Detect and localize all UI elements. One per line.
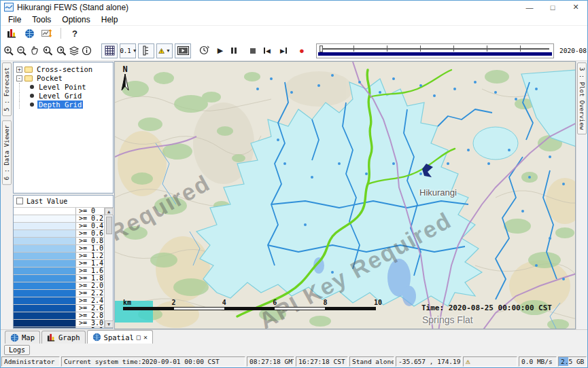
place-label-hikurangi: Hikurangi [419,187,457,198]
menu-options[interactable]: Options [57,14,94,25]
legend-color-swatch [14,268,76,274]
node-bullet-icon [30,85,34,89]
warning-dropdown-button[interactable]: ▼ [156,43,173,58]
legend-color-swatch [14,245,76,252]
scale-tick-label: 6 [273,299,277,306]
tab-graph[interactable]: Graph [41,331,86,344]
tree-item-level-point[interactable]: Level Point [16,83,113,91]
node-bullet-icon [30,103,34,107]
play-button[interactable]: ▶ [215,46,226,55]
legend-title: Last Value [27,198,67,205]
tree-item-depth-grid[interactable]: Depth Grid [16,100,113,109]
legend-threshold-label: >= 2.8 [76,312,103,319]
tree-item-cross-section[interactable]: + Cross-section [16,65,113,73]
last-frame-button[interactable]: ▶ [280,48,291,54]
status-warning-cell[interactable]: ⚠ [463,356,517,367]
record-button[interactable]: ● [296,45,307,56]
bar-chart-icon [47,333,56,342]
scrollbar-thumb[interactable] [106,217,112,234]
zoom-next-icon[interactable] [55,44,67,58]
folder-icon [24,67,33,73]
chevron-down-icon: ▼ [166,48,171,53]
tab-spatial[interactable]: Spatial□✕ [87,330,153,344]
right-tab-strip: 3 : Plot Overview [576,61,587,329]
legend-color-swatch [14,312,76,319]
scroll-down-icon[interactable]: ▼ [105,320,114,328]
tree-item-level-grid[interactable]: Level Grid [16,92,113,100]
scroll-up-icon[interactable]: ▲ [105,208,114,215]
logs-button[interactable]: Logs [4,345,30,355]
help-button[interactable]: ? [68,26,82,40]
time-slider-track [321,48,549,50]
expand-icon[interactable]: + [16,67,22,73]
time-slider-handle[interactable] [319,45,323,52]
scale-tick-label: 4 [222,299,226,306]
playback-controls: ▶ ◀ ▶ ● [198,45,307,57]
menu-bar: File Tools Options Help [1,14,587,26]
panel-tab-3-plot-overview[interactable]: 3 : Plot Overview [577,62,587,134]
globe-icon[interactable] [22,26,36,40]
map-toolbar: 0.1 ▼ ▼ ▶ ◀ ▶ ● 2020-08-25 00:00:00 CST [1,41,587,61]
maximize-panel-icon[interactable]: □ [137,333,141,341]
legend-threshold-label: >= 0 [76,208,95,215]
legend-threshold-label: >= 1.2 [76,253,103,259]
scale-tick-label: 8 [324,299,328,306]
interval-dropdown-button[interactable]: 0.1 ▼ [120,43,136,58]
stop-button[interactable] [247,47,258,55]
animation-player-button[interactable] [175,43,191,58]
layers-icon[interactable] [69,44,80,58]
zoom-previous-icon[interactable] [41,44,53,58]
menu-help[interactable]: Help [97,14,123,25]
close-button[interactable]: ✕ [564,1,587,14]
scale-legend-button[interactable] [138,43,154,58]
legend-threshold-label: >= 1.8 [76,275,103,282]
tab-map[interactable]: Map [5,331,40,344]
info-icon[interactable] [82,44,92,58]
legend-color-swatch [14,320,76,327]
chevron-down-icon: ▼ [133,48,137,53]
panel-tab-6-data-viewer[interactable]: 6 : Data Viewer [2,120,12,185]
legend-threshold-label: >= 0.4 [76,223,103,229]
window-title: Hikurangi FEWS (Stand alone) [17,3,518,12]
status-mode: Stand alone [349,356,394,367]
pan-hand-icon[interactable] [29,44,39,58]
menu-file[interactable]: File [3,14,26,25]
scale-tick-label: 2 [171,299,175,306]
status-memory[interactable]: 2.5 GB [558,356,587,367]
zoom-out-icon[interactable] [16,44,27,58]
minimize-button[interactable]: — [518,1,541,14]
legend-threshold-label: >= 3.0 [76,320,103,327]
collapse-icon[interactable]: - [16,75,22,81]
place-label-springs-flat: Springs Flat [422,314,473,325]
time-slider[interactable] [316,43,554,58]
menu-tools[interactable]: Tools [27,14,56,25]
timeseries-icon[interactable] [40,26,54,40]
legend-scrollbar[interactable]: ▲ ▼ [104,208,113,328]
legend-threshold-label: >= 2.0 [76,282,103,289]
legend-panel: Last Value >= 0>= 0.2>= 0.4>= 0.6>= 0.8>… [13,195,114,329]
first-frame-button[interactable]: ◀ [264,48,275,54]
run-animation-icon[interactable] [198,45,209,57]
tree-item-pocket[interactable]: - Pocket [16,74,113,82]
legend-color-swatch [14,230,76,237]
last-value-checkbox[interactable] [16,198,23,204]
maximize-button[interactable]: □ [541,1,564,14]
globe-icon [10,333,19,342]
main-toolbar: ? [1,26,587,41]
time-slider-range-bar [318,52,552,56]
legend-color-swatch [14,305,76,312]
status-system-time: Current system time:2020-09-01 00:00 CST [61,356,245,367]
map-viewport[interactable]: API Key Required API Key Required N Hiku… [114,61,576,329]
map-time-label: Time: 2020-08-25 00:00:00 CST [421,303,552,312]
close-panel-icon[interactable]: ✕ [143,333,148,341]
legend-threshold-label: >= 1.4 [76,260,103,267]
legend-row[interactable]: >= 3.2 [14,327,104,328]
database-chart-icon[interactable] [5,26,18,40]
grid-display-button[interactable] [101,43,118,58]
zoom-in-icon[interactable] [3,44,14,58]
interval-value: 0.1 [120,48,131,54]
pause-button[interactable] [231,48,242,54]
panel-tab-5-forecast[interactable]: 5 : Forecast [2,62,12,116]
legend-color-swatch [14,290,76,297]
bottom-tab-bar: MapGraphSpatial□✕ [1,329,587,344]
